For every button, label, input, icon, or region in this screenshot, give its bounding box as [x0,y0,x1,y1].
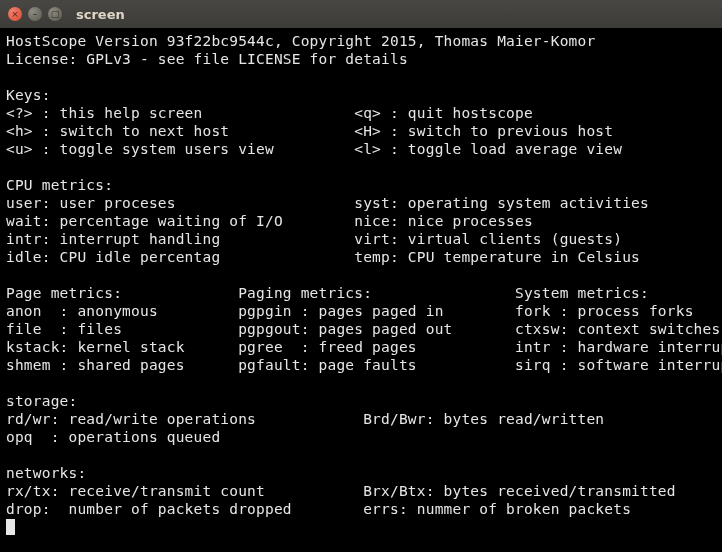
terminal-output[interactable]: HostScope Version 93f22bc9544c, Copyrigh… [0,28,722,552]
terminal-cursor [6,519,15,535]
window-controls: × – □ [8,7,62,21]
titlebar: × – □ screen [0,0,722,28]
maximize-button[interactable]: □ [48,7,62,21]
minimize-button[interactable]: – [28,7,42,21]
window-title: screen [76,7,125,22]
close-button[interactable]: × [8,7,22,21]
